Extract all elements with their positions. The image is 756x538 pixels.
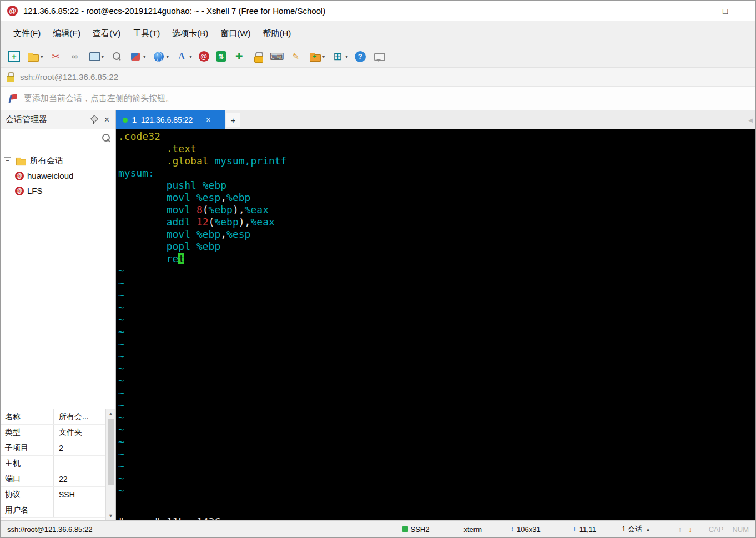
sessions-dropdown-icon[interactable]: ▴ [647, 526, 649, 532]
down-arrow-icon[interactable]: ↓ [688, 525, 692, 534]
menu-item-view[interactable]: 查看(V) [87, 24, 127, 43]
keyboard-button[interactable]: ⌨ [268, 49, 286, 64]
window-title: 121.36.6.85:22 - root@ecs-20191214guohao… [23, 6, 325, 16]
help-button[interactable]: ? [351, 50, 369, 63]
open-folder-button[interactable]: ▾ [23, 49, 47, 64]
terminal-line: movl %ebp,%esp [118, 228, 755, 240]
caps-lock-indicator: CAP [709, 525, 724, 534]
terminal-tilde: ~ [118, 277, 755, 289]
dropdown-arrow-icon[interactable]: ▾ [143, 54, 146, 59]
dropdown-arrow-icon[interactable]: ▾ [345, 54, 348, 59]
xshell-button[interactable]: @ [195, 50, 213, 63]
property-label: 名称 [1, 409, 54, 424]
menu-bar: 文件(F)编辑(E)查看(V)工具(T)选项卡(B)窗口(W)帮助(H) [1, 21, 755, 46]
web-browser-button[interactable]: ▾ [149, 49, 173, 64]
terminal-tilde: ~ [118, 424, 755, 436]
scroll-thumb[interactable] [108, 419, 114, 485]
menu-item-tools[interactable]: 工具(T) [127, 24, 166, 43]
property-row-port: 端口22 [1, 471, 105, 487]
feedback-button[interactable] [369, 49, 388, 64]
up-arrow-icon[interactable]: ↑ [678, 525, 682, 534]
toolbar: +▾✂∞▾▾▾A▾@⇅✚⌨✎+▾⊞▾? [1, 46, 755, 68]
terminal-tilde: ~ [118, 314, 755, 326]
dropdown-arrow-icon[interactable]: ▾ [322, 54, 325, 59]
xshell-icon: @ [199, 51, 209, 62]
lock-button[interactable] [249, 49, 268, 64]
session-item-huaweicloud[interactable]: @huaweicloud [15, 168, 112, 183]
expand-toggle-icon[interactable]: − [4, 157, 11, 164]
minimize-button[interactable]: — [686, 6, 694, 16]
terminal-line: addl 12(%ebp),%eax [118, 216, 755, 228]
terminal-tilde: ~ [118, 326, 755, 338]
terminal-tilde: ~ [118, 265, 755, 277]
status-terminal-type: xterm [464, 525, 482, 534]
properties-panel: 名称所有会...类型文件夹子项目2主机端口22协议SSH用户名 ▲ ▼ [1, 409, 115, 520]
search-icon[interactable] [100, 132, 112, 144]
status-bar: ssh://root@121.36.6.85:22 SSH2 xterm ↕ 1… [1, 520, 755, 537]
encryption-icon [402, 526, 408, 532]
font-button[interactable]: A▾ [172, 49, 195, 64]
menu-item-help[interactable]: 帮助(H) [256, 24, 297, 43]
fullscreen-button[interactable]: ✚ [230, 49, 249, 64]
terminal-tilde: ~ [118, 448, 755, 460]
dropdown-arrow-icon[interactable]: ▾ [102, 54, 104, 59]
scroll-up-icon[interactable]: ▲ [106, 409, 115, 418]
hint-text: 要添加当前会话，点击左侧的箭头按钮。 [24, 93, 174, 104]
compose-button[interactable]: ▾ [126, 49, 149, 64]
new-session-button[interactable]: + [5, 50, 23, 63]
dropdown-arrow-icon[interactable]: ▾ [189, 54, 192, 59]
property-value [54, 456, 105, 471]
scroll-down-icon[interactable]: ▼ [106, 511, 115, 520]
tab-scroll-left-icon[interactable]: ◀ [748, 117, 753, 123]
disconnect-button[interactable]: ✂ [47, 49, 65, 64]
tab-close-icon[interactable]: × [206, 115, 210, 124]
dropdown-arrow-icon[interactable]: ▾ [167, 54, 169, 59]
terminal-tilde: ~ [118, 485, 755, 497]
dropdown-arrow-icon[interactable]: ▾ [41, 54, 43, 59]
help-icon: ? [355, 51, 366, 62]
terminal-line: .text [118, 143, 755, 155]
xftp-button[interactable]: ⇅ [213, 50, 230, 63]
session-count-text: 1 会话 [622, 524, 642, 534]
properties-scrollbar[interactable]: ▲ ▼ [105, 409, 115, 520]
terminal-tilde: ~ [118, 363, 755, 375]
session-item-lfs[interactable]: @LFS [15, 183, 112, 198]
panel-close-icon[interactable]: × [103, 115, 110, 125]
property-row-type: 类型文件夹 [1, 425, 105, 440]
terminal[interactable]: .code32 .text .global mysum,printfmysum:… [116, 129, 755, 520]
pin-icon[interactable] [90, 115, 98, 124]
menu-item-window[interactable]: 窗口(W) [214, 24, 256, 43]
menu-item-edit[interactable]: 编辑(E) [47, 24, 87, 43]
highlight-pen-button[interactable]: ✎ [286, 49, 305, 64]
tree-root-label[interactable]: 所有会话 [30, 155, 63, 166]
keyboard-icon: ⌨ [271, 51, 283, 63]
tree-root-row[interactable]: − 所有会话 [4, 153, 112, 168]
find-button[interactable] [107, 49, 126, 64]
layout-button[interactable]: ⊞▾ [328, 49, 351, 64]
session-search-input[interactable] [4, 132, 98, 145]
terminal-tilde: ~ [118, 387, 755, 399]
new-terminal-button[interactable]: ▾ [84, 49, 108, 64]
terminal-line: movl 8(%ebp),%eax [118, 204, 755, 216]
terminal-area: 1 121.36.6.85:22 × + ◀ .code32 .text .gl… [116, 110, 755, 520]
menu-item-file[interactable]: 文件(F) [7, 24, 47, 43]
fullscreen-icon: ✚ [233, 51, 245, 63]
maximize-button[interactable]: □ [723, 6, 728, 16]
property-value: 文件夹 [54, 425, 105, 440]
status-terminal-size: ↕ 106x31 [511, 525, 541, 534]
cursor-position-text: 11,11 [579, 525, 597, 534]
terminal-tilde: ~ [118, 436, 755, 448]
session-tree: − 所有会话 @huaweicloud@LFS [1, 147, 115, 409]
new-folder-button[interactable]: +▾ [305, 49, 329, 64]
tab-session-1[interactable]: 1 121.36.6.85:22 × [116, 110, 225, 129]
new-tab-button[interactable]: + [226, 113, 240, 127]
reconnect-button[interactable]: ∞ [65, 49, 84, 64]
terminal-line: ret [118, 253, 755, 265]
terminal-line: movl %esp,%ebp [118, 192, 755, 204]
add-session-flag-icon [8, 93, 18, 103]
property-row-children: 子项目2 [1, 440, 105, 456]
terminal-tilde: ~ [118, 399, 755, 411]
session-count-button[interactable]: 1 会话 ▴ [622, 524, 649, 534]
menu-item-tabs[interactable]: 选项卡(B) [166, 24, 214, 43]
resize-icon: ↕ [511, 525, 514, 533]
